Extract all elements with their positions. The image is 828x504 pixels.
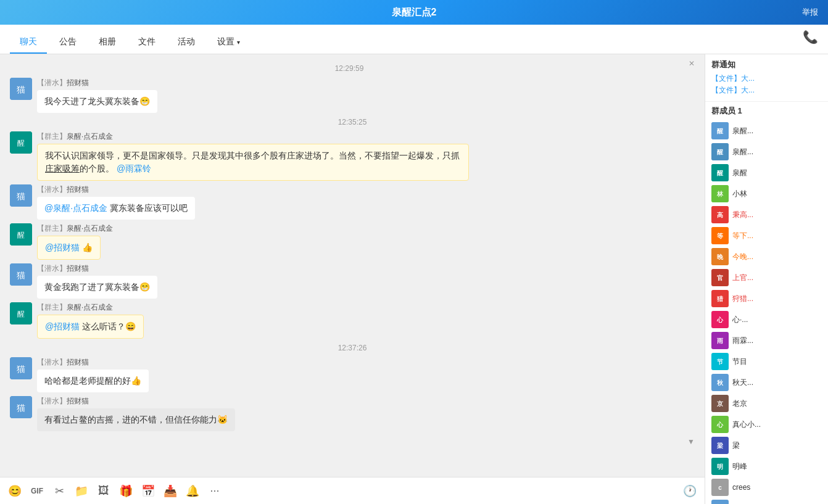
member-avatar: 晚 xyxy=(711,248,729,265)
member-name: 老京 xyxy=(732,399,747,409)
member-item[interactable]: 秋 秋天... xyxy=(711,372,822,393)
message-content: 【潜水】招财猫 @泉醒·点石成金 冀东装备应该可以吧 xyxy=(37,184,695,220)
member-item[interactable]: 心 心·... xyxy=(711,309,822,330)
report-button[interactable]: 举报 xyxy=(802,7,818,18)
emoji-icon[interactable]: 😊 xyxy=(7,484,22,498)
avatar: 猫 xyxy=(10,78,32,100)
member-item[interactable]: 猎 狩猎... xyxy=(711,288,822,309)
clock-icon[interactable]: 🕐 xyxy=(682,484,697,498)
svg-text:猎: 猎 xyxy=(716,295,724,302)
message-bubble: @招财猫 👍 xyxy=(37,236,101,260)
notify-item-2[interactable]: 【文件】大... xyxy=(711,85,822,96)
member-item[interactable]: c crees xyxy=(711,477,822,498)
nav-item-settings[interactable]: 设置 ▾ xyxy=(207,31,250,54)
member-name: 节目 xyxy=(732,357,747,367)
member-name: 秉高... xyxy=(732,210,753,220)
message-bubble: 有看过占鳌的吉摇，进的不错，但信任你能力🐱 xyxy=(37,408,235,431)
phone-icon[interactable]: 📞 xyxy=(803,30,818,44)
member-avatar: 京 xyxy=(711,395,729,412)
member-name: 泉醒... xyxy=(732,147,753,157)
message-row: 猫 【潜水】招财猫 我今天进了龙头冀东装备😁 xyxy=(10,78,695,113)
notify-item-1[interactable]: 【文件】大... xyxy=(711,73,822,85)
message-sender: 【群主】泉醒·点石成金 xyxy=(37,223,695,234)
member-item[interactable]: 等 等下... xyxy=(711,225,822,246)
timestamp-2: 12:35:25 xyxy=(10,118,695,126)
message-sender: 【群主】泉醒·点石成金 xyxy=(37,131,695,142)
member-item[interactable]: 明 明峰 xyxy=(711,456,822,477)
svg-text:猫: 猫 xyxy=(17,270,25,280)
nav-bar: 聊天 公告 相册 文件 活动 设置 ▾ 📞 xyxy=(0,25,828,54)
nav-item-files[interactable]: 文件 xyxy=(128,31,165,54)
svg-text:等: 等 xyxy=(717,233,724,239)
message-sender: 【群主】泉醒·点石成金 xyxy=(37,302,695,313)
member-avatar: 雨 xyxy=(711,332,729,349)
member-item[interactable]: 石 石华... xyxy=(711,498,822,504)
svg-text:c: c xyxy=(718,484,722,491)
messages-container[interactable]: ✕ 12:29:59 猫 【潜水】招财猫 我今天进了龙头冀东装备😁 12:35:… xyxy=(0,54,705,477)
nav-item-chat[interactable]: 聊天 xyxy=(10,31,47,54)
svg-text:官: 官 xyxy=(717,275,723,281)
svg-text:雨: 雨 xyxy=(717,337,724,344)
message-row: 醒 【群主】泉醒·点石成金 @招财猫 👍 xyxy=(10,223,695,260)
svg-text:猫: 猫 xyxy=(17,85,25,94)
member-item[interactable]: 醒 泉醒... xyxy=(711,141,822,162)
member-avatar: 猎 xyxy=(711,290,729,307)
member-item[interactable]: 心 真心小... xyxy=(711,414,822,435)
svg-text:猫: 猫 xyxy=(17,191,25,201)
svg-text:醒: 醒 xyxy=(717,128,724,134)
timestamp-3: 12:37:26 xyxy=(10,344,695,352)
nav-item-album[interactable]: 相册 xyxy=(89,31,126,54)
member-avatar: 官 xyxy=(711,269,729,286)
member-item[interactable]: 醒 泉醒... xyxy=(711,120,822,141)
avatar: 猫 xyxy=(10,357,32,379)
svg-text:醒: 醒 xyxy=(17,310,25,318)
nav-item-announcement[interactable]: 公告 xyxy=(49,31,86,54)
member-item[interactable]: 高 秉高... xyxy=(711,204,822,225)
member-item[interactable]: 节 节目 xyxy=(711,351,822,372)
svg-text:猫: 猫 xyxy=(17,364,25,374)
member-item[interactable]: 京 老京 xyxy=(711,393,822,414)
svg-text:秋: 秋 xyxy=(716,379,724,386)
nav-item-activities[interactable]: 活动 xyxy=(168,31,205,54)
member-item[interactable]: 官 上官... xyxy=(711,267,822,288)
message-content: 【潜水】招财猫 我今天进了龙头冀东装备😁 xyxy=(37,78,695,113)
top-bar: 泉醒汇点2 举报 xyxy=(0,0,828,25)
gif-icon[interactable]: GIF xyxy=(30,484,44,498)
member-avatar: c xyxy=(711,479,729,496)
scroll-up-btn[interactable]: ✕ xyxy=(689,59,695,68)
member-name: 泉醒... xyxy=(732,126,753,136)
svg-text:醒: 醒 xyxy=(717,149,724,155)
svg-rect-52 xyxy=(711,500,729,504)
member-name: 今晚... xyxy=(732,252,753,262)
member-avatar: 等 xyxy=(711,227,729,244)
more-icon[interactable]: ··· xyxy=(207,484,222,498)
message-row: 猫 【潜水】招财猫 有看过占鳌的吉摇，进的不错，但信任你能力🐱 xyxy=(10,396,695,434)
member-name: 梁 xyxy=(732,440,740,451)
gift-icon[interactable]: 🎁 xyxy=(118,484,133,498)
scroll-down-btn[interactable]: ▼ xyxy=(687,437,695,446)
avatar: 醒 xyxy=(10,131,32,154)
folder-icon[interactable]: 📁 xyxy=(74,484,89,498)
message-sender: 【潜水】招财猫 xyxy=(37,357,695,368)
message-content: 【群主】泉醒·点石成金 @招财猫 这么听话？😄 xyxy=(37,302,695,339)
svg-text:京: 京 xyxy=(717,400,724,407)
image-icon[interactable]: 🖼 xyxy=(96,484,111,498)
member-name: 等下... xyxy=(732,231,753,241)
member-item[interactable]: 醒 泉醒 xyxy=(711,162,822,183)
member-avatar: 秋 xyxy=(711,374,729,391)
calendar-icon[interactable]: 📅 xyxy=(141,484,155,498)
member-item[interactable]: 林 小林 xyxy=(711,183,822,204)
member-avatar: 林 xyxy=(711,185,729,202)
svg-text:高: 高 xyxy=(717,212,723,218)
member-item[interactable]: 雨 雨霖... xyxy=(711,330,822,351)
right-sidebar: 群通知 【文件】大... 【文件】大... 群成员 1 醒 泉醒... 醒 泉醒… xyxy=(705,54,828,504)
member-avatar: 心 xyxy=(711,311,729,328)
scissors-icon[interactable]: ✂ xyxy=(52,484,67,498)
member-item[interactable]: 晚 今晚... xyxy=(711,246,822,267)
download-icon[interactable]: 📥 xyxy=(163,484,178,498)
message-bubble: 我今天进了龙头冀东装备😁 xyxy=(37,90,157,113)
member-item[interactable]: 梁 梁 xyxy=(711,435,822,456)
bell-icon[interactable]: 🔔 xyxy=(185,484,200,498)
member-name: 心·... xyxy=(732,315,748,325)
member-name: 上官... xyxy=(732,273,753,283)
